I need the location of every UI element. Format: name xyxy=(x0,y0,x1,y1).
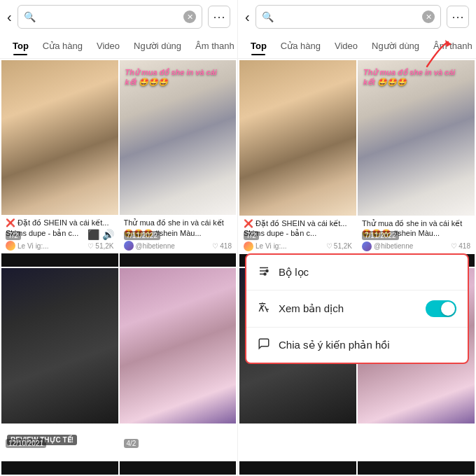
card-1-likes: ♡ 51,2K xyxy=(88,242,113,250)
card-r2-author: @hibetienne xyxy=(362,241,413,251)
back-button-right[interactable]: ‹ xyxy=(245,9,250,25)
card-1-date: 7/2 xyxy=(6,231,21,240)
clear-button-left[interactable]: ✕ xyxy=(183,10,196,23)
search-icon-right: 🔍 xyxy=(262,11,274,22)
card-1-likes-count: 51,2K xyxy=(95,242,113,250)
card-r3-info xyxy=(239,424,356,461)
card-1-author-name: Le Vi xyxy=(18,242,34,250)
card-r2-avatar xyxy=(362,241,372,251)
card-r2-author-name: @hibetienne xyxy=(374,242,413,250)
card-2-author-name: @hibetienne xyxy=(136,242,175,250)
card-r2-overlay: Thử mua đồ she in và cái kết 🤩🤩🤩 xyxy=(363,67,469,88)
card-1-icons: ⬛ 🔊 xyxy=(88,229,114,240)
more-options-button-right[interactable]: ⋯ xyxy=(447,6,469,28)
tab-cuahang-left[interactable]: Cửa hàng xyxy=(36,36,90,55)
back-button[interactable]: ‹ xyxy=(7,9,12,25)
card-1-avatar xyxy=(6,241,15,251)
card-4[interactable]: 4/2 xyxy=(120,268,237,475)
card-r1-likes-count: 51,2K xyxy=(334,242,352,250)
card-r1-meta: Le Vi ig:... ♡ 51,2K xyxy=(244,241,352,251)
tab-top-right[interactable]: Top xyxy=(244,36,274,55)
right-panel: ‹ 🔍 ✕ ⋯ Top Cửa hàng Video Người dùng Âm… xyxy=(238,0,476,476)
tab-nguoidung-left[interactable]: Người dùng xyxy=(127,36,188,55)
tabs-left: Top Cửa hàng Video Người dùng Âm thanh xyxy=(0,34,237,59)
card-r1-date: 7/2 xyxy=(244,231,259,240)
svg-point-5 xyxy=(264,273,266,275)
more-options-button-left[interactable]: ⋯ xyxy=(208,6,230,28)
card-1-meta: Le Vi ig:... ♡ 51,2K xyxy=(6,241,114,251)
card-r2-date: 7/11/2022 xyxy=(362,231,399,240)
tab-video-right[interactable]: Video xyxy=(328,36,365,55)
card-r2-likes: ♡ 418 xyxy=(451,242,470,250)
svg-point-4 xyxy=(266,270,268,272)
card-2-author: @hibetienne xyxy=(124,241,175,251)
content-grid-left: 7/2 ⬛ 🔊 ❌ Đặt đồ SHEIN và cái kết... Ski… xyxy=(0,59,237,476)
card-2-likes: ♡ 418 xyxy=(212,242,232,250)
card-1-author: Le Vi ig:... xyxy=(6,241,49,251)
left-header: ‹ 🔍 ✕ ⋯ xyxy=(0,0,237,34)
dropdown-filter[interactable]: Bộ lọc xyxy=(246,255,468,290)
card-r1-author-sub: ig:... xyxy=(274,242,287,250)
card-r1-title: ❌ Đặt đồ SHEIN và cái kết... Skims dupe … xyxy=(244,218,352,239)
card-2[interactable]: Thử mua đồ she in và cái kết 🤩🤩🤩 7/11/20… xyxy=(120,60,237,267)
card-r2-meta: @hibetienne ♡ 418 xyxy=(362,241,470,251)
card-2-date: 7/11/2022 xyxy=(124,231,161,240)
card-r2-likes-count: 418 xyxy=(458,242,470,250)
feedback-icon xyxy=(258,337,270,353)
card-r1-avatar xyxy=(244,241,253,251)
tab-top-left[interactable]: Top xyxy=(6,36,36,55)
card-r1[interactable]: 7/2 ❌ Đặt đồ SHEIN và cái kết... Skims d… xyxy=(239,60,356,267)
tab-nguoidung-right[interactable]: Người dùng xyxy=(365,36,426,55)
dropdown-feedback[interactable]: Chia sẻ ý kiến phản hồi xyxy=(246,328,468,363)
tab-video-left[interactable]: Video xyxy=(90,36,127,55)
card-r4-info xyxy=(358,424,475,461)
search-input-right[interactable] xyxy=(278,11,418,22)
search-icon: 🔍 xyxy=(24,11,36,22)
heart-icon-r2: ♡ xyxy=(451,242,457,250)
left-panel: ‹ 🔍 ✕ ⋯ Top Cửa hàng Video Người dùng Âm… xyxy=(0,0,238,476)
translate-icon xyxy=(258,301,270,316)
card-1-author-sub: ig:... xyxy=(36,242,49,250)
card-r1-likes: ♡ 51,2K xyxy=(326,242,352,250)
search-input-left[interactable] xyxy=(40,11,179,22)
card-2-overlay: Thử mua đồ she in và cái kết 🤩🤩🤩 xyxy=(125,67,231,88)
dropdown-translate[interactable]: Xem bản dịch xyxy=(246,290,468,328)
video-icon: ⬛ xyxy=(88,229,99,240)
search-bar-left[interactable]: 🔍 ✕ xyxy=(18,5,202,29)
translate-label: Xem bản dịch xyxy=(279,302,417,315)
card-2-meta: @hibetienne ♡ 418 xyxy=(124,241,232,251)
card-r1-author: Le Vi ig:... xyxy=(244,241,287,251)
heart-icon-1: ♡ xyxy=(88,242,94,250)
feedback-label: Chia sẻ ý kiến phản hồi xyxy=(279,339,456,351)
card-3-date: 12/10/2021 xyxy=(6,439,46,448)
tabs-right: Top Cửa hàng Video Người dùng Âm thanh xyxy=(238,34,476,59)
filter-label: Bộ lọc xyxy=(279,266,456,279)
card-2-avatar xyxy=(124,241,134,251)
heart-icon-2: ♡ xyxy=(212,242,218,250)
sound-icon: 🔊 xyxy=(102,229,114,240)
card-r2[interactable]: Thử mua đồ she in và cái kết 🤩🤩🤩 7/11/20… xyxy=(358,60,475,267)
card-r1-author-name: Le Vi xyxy=(255,242,272,250)
clear-button-right[interactable]: ✕ xyxy=(422,10,435,23)
tab-cuahang-right[interactable]: Cửa hàng xyxy=(274,36,328,55)
toggle-knob xyxy=(441,302,455,316)
tab-amthanh-left[interactable]: Âm thanh xyxy=(188,36,241,55)
filter-icon xyxy=(258,265,270,280)
card-1[interactable]: 7/2 ⬛ 🔊 ❌ Đặt đồ SHEIN và cái kết... Ski… xyxy=(1,60,118,267)
heart-icon-r1: ♡ xyxy=(326,242,332,250)
right-header: ‹ 🔍 ✕ ⋯ xyxy=(238,0,476,34)
tab-amthanh-right[interactable]: Âm thanh xyxy=(426,36,476,55)
card-4-date: 4/2 xyxy=(124,439,139,448)
dropdown-menu: Bộ lọc Xem bản dịch Chia sẻ ý kiến phả xyxy=(245,253,469,364)
card-2-likes-count: 418 xyxy=(220,242,232,250)
card-3[interactable]: REVIEW THỰC TẾ! 12/10/2021 xyxy=(1,268,118,475)
search-bar-right[interactable]: 🔍 ✕ xyxy=(255,5,441,29)
translate-toggle[interactable] xyxy=(426,300,456,317)
